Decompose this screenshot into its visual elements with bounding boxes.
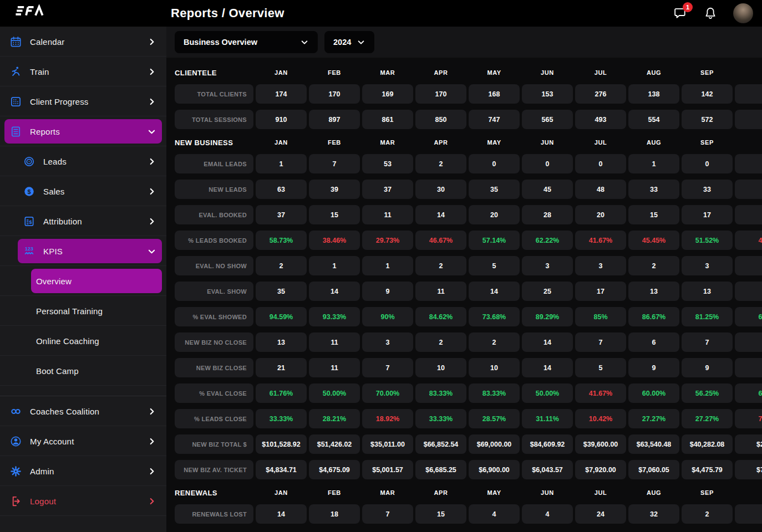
table-cell: 897 [309,110,360,129]
table-cell: 861 [362,110,413,129]
sidebar-item-label: Sales [43,187,65,196]
month-header: JUN [522,69,573,76]
sidebar-item-inner: Personal Training [31,299,162,323]
sidebar-item-label: Leads [43,157,67,166]
sidebar-item-my-account[interactable]: My Account [0,426,166,456]
table-cell: 94.59% [256,307,307,326]
table-cell: 18.92% [362,409,413,428]
table-cell: $63,540.48 [628,434,679,454]
table-cell: 3 [362,332,413,352]
row-label: NEW BIZ NO CLOSE [175,332,253,352]
table-cell-partial [735,282,762,301]
table-cell: $51,426.02 [309,434,360,454]
svg-text:$: $ [29,219,32,224]
sidebar-item-logout[interactable]: Logout [0,486,166,516]
month-header: SEP [682,69,733,76]
sidebar-item-kpis[interactable]: 123KPIS [0,236,166,266]
calculator-icon: $ [23,215,35,228]
month-header: SEP [682,139,733,146]
sidebar-item-reports[interactable]: Reports [0,116,166,146]
target-icon [23,155,35,168]
sidebar-item-admin[interactable]: Admin [0,456,166,486]
table-cell: 4 [469,504,520,524]
table-cell: 11 [362,205,413,224]
year-select[interactable]: 2024 [324,31,374,53]
table-cell: 25 [522,282,573,301]
table-cell: 554 [628,110,679,129]
sidebar-item-calendar[interactable]: Calendar [0,27,166,57]
table-cell: 9 [628,358,679,377]
table-cell: $66,852.54 [415,434,466,454]
section-header-clientele: CLIENTELEJANFEBMARAPRMAYJUNJULAUGSEP [175,66,762,79]
chevron-right-icon [147,437,156,446]
table-cell: $69,000.00 [469,434,520,454]
table-cell: $39,600.00 [575,434,626,454]
table-row-eval-booked: EVAL. BOOKED371511142028201517 [175,205,762,224]
user-avatar[interactable] [733,3,753,23]
sidebar-item-overview[interactable]: Overview [0,266,166,296]
table-cell: 20 [469,205,520,224]
sidebar-item-sales[interactable]: $Sales [0,176,166,206]
table-cell: 10 [415,358,466,377]
sidebar-item-inner: My Account [4,429,162,453]
progress-icon [9,95,22,108]
sidebar-item-train[interactable]: Train [0,57,166,86]
table-cell: 39 [309,180,360,199]
table-cell: $4,475.79 [682,460,733,479]
table-cell: $40,282.08 [682,434,733,454]
sidebar-item-label: Calendar [30,37,64,47]
table-cell: 174 [256,84,307,104]
table-cell: 1 [309,256,360,275]
sidebar-item-label: My Account [30,437,74,446]
chevron-down-icon [300,38,309,47]
report-type-select[interactable]: Business Overview [175,31,318,53]
table-row-new-biz-av-ticket: NEW BIZ AV. TICKET$4,834.71$4,675.09$5,0… [175,460,762,479]
sidebar-item-inner: Online Coaching [31,329,162,353]
chevron-right-icon [147,467,156,476]
table-cell: 83.33% [415,383,466,403]
table-cell: 28.21% [309,409,360,428]
month-header: APR [415,139,466,146]
alerts-button[interactable] [703,6,718,21]
month-header: JUN [522,139,573,146]
sidebar-item-leads[interactable]: Leads [0,146,166,176]
table-cell: 53 [362,154,413,173]
table-cell: 21 [256,358,307,377]
table-cell: 850 [415,110,466,129]
row-label: % EVAL SHOWED [175,307,253,326]
table-cell: 0 [469,154,520,173]
table-cell: 3 [682,256,733,275]
logo[interactable] [0,4,166,22]
table-cell: 13 [682,282,733,301]
table-cell-partial [735,84,762,104]
sidebar-item-inner: Leads [18,149,162,173]
chevron-right-icon [147,157,156,166]
sidebar-item-attribution[interactable]: $Attribution [0,206,166,236]
sidebar-item-inner: Train [4,59,162,84]
table-cell: 15 [628,205,679,224]
row-label: NEW BIZ CLOSE [175,358,253,377]
sidebar-item-personal-training[interactable]: Personal Training [0,296,166,326]
table-cell: 2 [415,154,466,173]
table-cell: 27.27% [628,409,679,428]
sidebar-item-boot-camp[interactable]: Boot Camp [0,356,166,386]
table-cell: 747 [469,110,520,129]
table-cell: 565 [522,110,573,129]
table-cell: $84,609.92 [522,434,573,454]
sidebar-item-online-coaching[interactable]: Online Coaching [0,326,166,356]
messages-button[interactable]: 1 [673,6,688,21]
table-cell: 51.52% [682,231,733,250]
sidebar-item-label: Attribution [43,217,82,226]
sidebar-item-client-progress[interactable]: Client Progress [0,86,166,116]
sidebar-item-coaches-coalition[interactable]: Coaches Coalition [0,396,166,426]
table-cell: 0 [522,154,573,173]
table-cell: 41.67% [575,383,626,403]
table-cell: 63 [256,180,307,199]
sidebar-item-inner: 123KPIS [18,239,162,263]
table-cell: 168 [469,84,520,104]
chevron-down-icon [147,127,156,136]
table-row-eval-close: % EVAL CLOSE61.76%50.00%70.00%83.33%83.3… [175,383,762,403]
chevron-right-icon [147,217,156,226]
table-cell: 62.22% [522,231,573,250]
table-cell: 48 [575,180,626,199]
